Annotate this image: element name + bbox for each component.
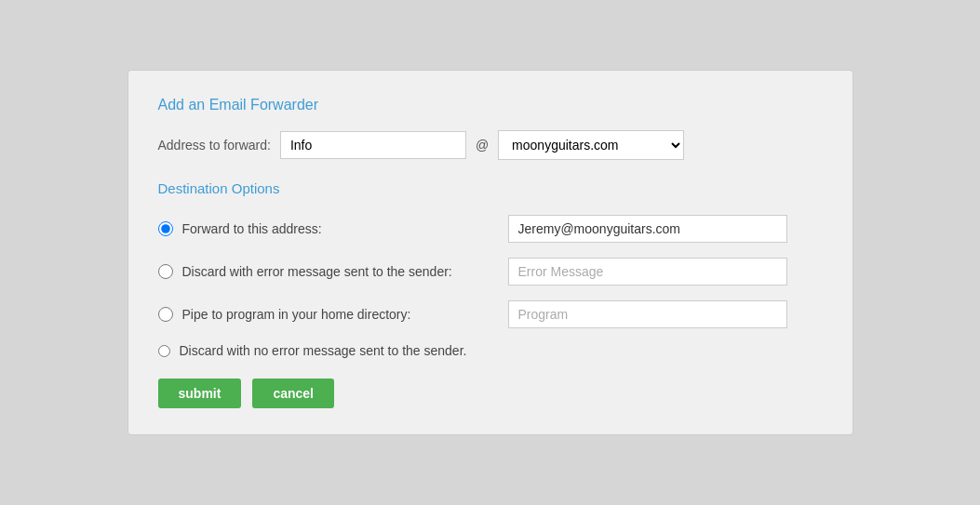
radio-pipe[interactable] (158, 307, 173, 322)
option-row-discard: Discard with no error message sent to th… (158, 343, 823, 358)
at-sign: @ (476, 138, 489, 153)
option-label-error: Discard with error message sent to the s… (182, 264, 499, 279)
email-forwarder-card: Add an Email Forwarder Address to forwar… (128, 70, 853, 435)
radio-forward[interactable] (158, 221, 173, 236)
button-row: submit cancel (158, 379, 823, 408)
domain-select[interactable]: moonyguitars.com (498, 130, 684, 160)
submit-button[interactable]: submit (158, 379, 242, 408)
destination-title: Destination Options (158, 180, 823, 196)
address-input[interactable] (280, 131, 466, 159)
program-input[interactable] (508, 300, 787, 328)
page-title: Add an Email Forwarder (158, 97, 823, 113)
cancel-button[interactable]: cancel (252, 379, 334, 408)
option-row-forward: Forward to this address: (158, 215, 823, 243)
option-label-discard: Discard with no error message sent to th… (180, 343, 496, 358)
forward-address-input[interactable] (508, 215, 787, 243)
option-label-pipe: Pipe to program in your home directory: (182, 307, 499, 322)
option-row-error: Discard with error message sent to the s… (158, 258, 823, 286)
radio-error[interactable] (158, 264, 173, 279)
address-row: Address to forward: @ moonyguitars.com (158, 130, 823, 160)
option-label-forward: Forward to this address: (182, 221, 499, 236)
option-row-pipe: Pipe to program in your home directory: (158, 300, 823, 328)
radio-discard[interactable] (158, 345, 170, 357)
error-message-input[interactable] (508, 258, 787, 286)
address-label: Address to forward: (158, 138, 271, 153)
